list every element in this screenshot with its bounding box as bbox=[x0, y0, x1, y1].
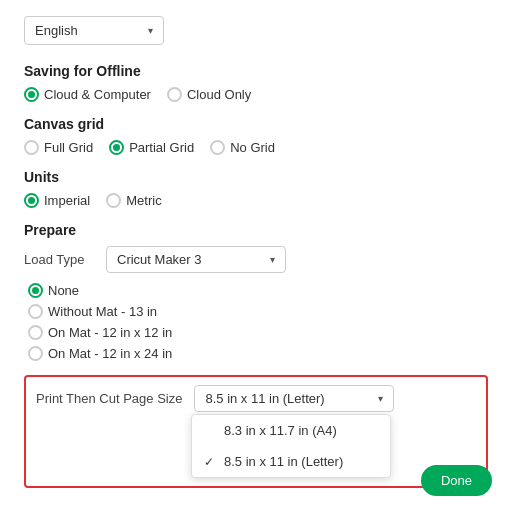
load-options-group: None Without Mat - 13 in On Mat - 12 in … bbox=[28, 283, 488, 361]
print-option-a4[interactable]: 8.3 in x 11.7 in (A4) bbox=[192, 415, 390, 446]
load-type-dropdown[interactable]: Cricut Maker 3 ▾ bbox=[106, 246, 286, 273]
print-selected: 8.5 in x 11 in (Letter) bbox=[205, 391, 324, 406]
units-metric[interactable]: Metric bbox=[106, 193, 161, 208]
language-selected: English bbox=[35, 23, 78, 38]
saving-cloud-computer-radio bbox=[24, 87, 39, 102]
print-dropdown-menu: 8.3 in x 11.7 in (A4) ✓ 8.5 in x 11 in (… bbox=[191, 414, 391, 478]
settings-panel: English ▾ Saving for Offline Cloud & Com… bbox=[0, 0, 512, 512]
units-label: Units bbox=[24, 169, 488, 185]
saving-cloud-computer[interactable]: Cloud & Computer bbox=[24, 87, 151, 102]
canvas-partial-grid[interactable]: Partial Grid bbox=[109, 140, 194, 155]
canvas-full-grid[interactable]: Full Grid bbox=[24, 140, 93, 155]
load-without-mat[interactable]: Without Mat - 13 in bbox=[28, 304, 488, 319]
saving-cloud-only[interactable]: Cloud Only bbox=[167, 87, 251, 102]
units-section: Units Imperial Metric bbox=[24, 169, 488, 208]
no-grid-radio bbox=[210, 140, 225, 155]
prepare-label: Prepare bbox=[24, 222, 488, 238]
imperial-radio bbox=[24, 193, 39, 208]
load-type-chevron: ▾ bbox=[270, 254, 275, 265]
prepare-section: Prepare Load Type Cricut Maker 3 ▾ None … bbox=[24, 222, 488, 361]
print-label: Print Then Cut Page Size bbox=[36, 391, 182, 406]
print-row: Print Then Cut Page Size 8.5 in x 11 in … bbox=[36, 385, 476, 412]
load-without-mat-radio bbox=[28, 304, 43, 319]
letter-checkmark: ✓ bbox=[204, 455, 218, 469]
load-none-radio bbox=[28, 283, 43, 298]
saving-radio-group: Cloud & Computer Cloud Only bbox=[24, 87, 488, 102]
units-imperial[interactable]: Imperial bbox=[24, 193, 90, 208]
canvas-no-grid[interactable]: No Grid bbox=[210, 140, 275, 155]
print-chevron: ▾ bbox=[378, 393, 383, 404]
load-on-mat-12x24[interactable]: On Mat - 12 in x 24 in bbox=[28, 346, 488, 361]
load-on-mat-12x12[interactable]: On Mat - 12 in x 12 in bbox=[28, 325, 488, 340]
print-option-letter[interactable]: ✓ 8.5 in x 11 in (Letter) bbox=[192, 446, 390, 477]
language-chevron: ▾ bbox=[148, 25, 153, 36]
language-dropdown[interactable]: English ▾ bbox=[24, 16, 164, 45]
canvas-radio-group: Full Grid Partial Grid No Grid bbox=[24, 140, 488, 155]
print-dropdown[interactable]: 8.5 in x 11 in (Letter) ▾ bbox=[194, 385, 394, 412]
load-type-label: Load Type bbox=[24, 252, 94, 267]
done-button[interactable]: Done bbox=[421, 465, 492, 496]
load-type-selected: Cricut Maker 3 bbox=[117, 252, 202, 267]
canvas-section: Canvas grid Full Grid Partial Grid No Gr… bbox=[24, 116, 488, 155]
units-radio-group: Imperial Metric bbox=[24, 193, 488, 208]
load-on-mat-12x12-radio bbox=[28, 325, 43, 340]
canvas-label: Canvas grid bbox=[24, 116, 488, 132]
load-on-mat-12x24-radio bbox=[28, 346, 43, 361]
saving-cloud-only-radio bbox=[167, 87, 182, 102]
partial-grid-radio bbox=[109, 140, 124, 155]
load-type-row: Load Type Cricut Maker 3 ▾ bbox=[24, 246, 488, 273]
full-grid-radio bbox=[24, 140, 39, 155]
saving-label: Saving for Offline bbox=[24, 63, 488, 79]
saving-section: Saving for Offline Cloud & Computer Clou… bbox=[24, 63, 488, 102]
print-section: Print Then Cut Page Size 8.5 in x 11 in … bbox=[24, 375, 488, 488]
metric-radio bbox=[106, 193, 121, 208]
load-none[interactable]: None bbox=[28, 283, 488, 298]
